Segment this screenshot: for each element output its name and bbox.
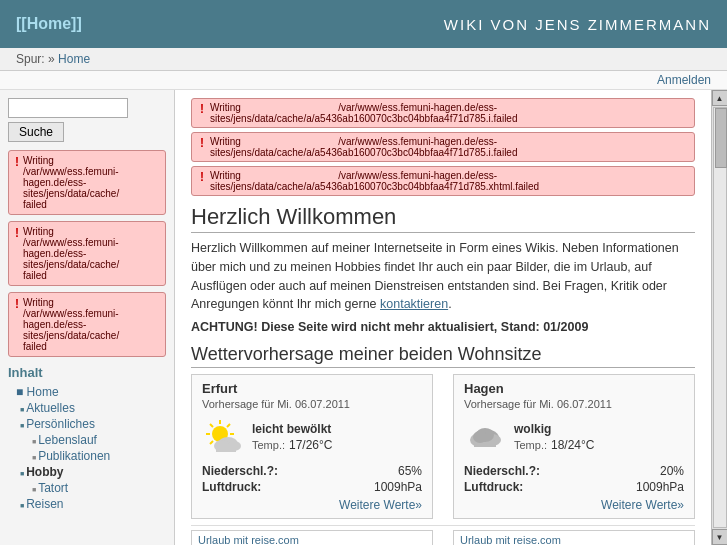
erfurt-weather-icon: [202, 416, 244, 458]
breadcrumb-home[interactable]: Home: [58, 52, 90, 66]
erfurt-niederschl-label: Niederschl.?:: [202, 464, 278, 478]
search-button[interactable]: Suche: [8, 122, 64, 142]
erfurt-luftdruck-label: Luftdruck:: [202, 480, 261, 494]
main-error-icon-1: !: [200, 102, 204, 116]
sidebar-item-personliches[interactable]: Persönliches: [16, 416, 166, 432]
hagen-desc: wolkig: [514, 422, 595, 436]
svg-line-7: [210, 441, 213, 444]
intro-paragraph: Herzlich Willkommen auf meiner Internets…: [191, 239, 695, 314]
svg-line-6: [227, 424, 230, 427]
contact-link[interactable]: kontaktieren: [380, 297, 448, 311]
hagen-temp-label: Temp.:: [514, 439, 547, 451]
main-error-text-2: Writing /var/www/ess.femuni-hagen.de/ess…: [210, 136, 686, 158]
hagen-subtitle: Vorhersage für Mi. 06.07.2011: [464, 398, 684, 410]
error-icon-1: !: [15, 155, 19, 169]
hagen-weather-icon: [464, 416, 506, 458]
sidebar-error-text-1: Writing/var/www/ess.femuni-hagen.de/ess-…: [23, 155, 159, 210]
hagen-more-link[interactable]: Weitere Werte»: [601, 498, 684, 512]
erfurt-temp-label: Temp.:: [252, 439, 285, 451]
sidebar-error-text-2: Writing/var/www/ess.femuni-hagen.de/ess-…: [23, 226, 159, 281]
weather-h2: Wettervorhersage meiner beiden Wohnsitze: [191, 344, 695, 368]
notice-text: ACHTUNG! Diese Seite wird nicht mehr akt…: [191, 320, 695, 334]
main-error-3: ! Writing /var/www/ess.femuni-hagen.de/e…: [191, 166, 695, 196]
main-error-1: ! Writing /var/www/ess.femuni-hagen.de/e…: [191, 98, 695, 128]
hagen-luftdruck-label: Luftdruck:: [464, 480, 523, 494]
scrollbar[interactable]: ▲ ▼: [711, 90, 727, 545]
nav-heading: Inhalt: [8, 365, 166, 380]
sidebar: Suche ! Writing/var/www/ess.femuni-hagen…: [0, 90, 175, 545]
erfurt-temp-val: 17/26°C: [289, 438, 333, 452]
hagen-niederschl-label: Niederschl.?:: [464, 464, 540, 478]
site-header: [[Home]] Wiki von Jens Zimmermann: [0, 0, 727, 48]
site-title: Wiki von Jens Zimmermann: [444, 16, 711, 33]
main-content: ! Writing /var/www/ess.femuni-hagen.de/e…: [175, 90, 711, 545]
search-area: Suche: [8, 98, 166, 142]
sidebar-item-reisen[interactable]: Reisen: [16, 496, 166, 512]
footer-link-right-anchor[interactable]: Urlaub mit reise.com: [460, 534, 561, 545]
sidebar-error-2: ! Writing/var/www/ess.femuni-hagen.de/es…: [8, 221, 166, 286]
sidebar-error-1: ! Writing/var/www/ess.femuni-hagen.de/es…: [8, 150, 166, 215]
footer-link-left[interactable]: Urlaub mit reise.com: [191, 530, 433, 545]
breadcrumb: Spur: » Home: [0, 48, 727, 71]
weather-hagen: Hagen Vorhersage für Mi. 06.07.2011: [453, 374, 695, 519]
svg-rect-11: [216, 444, 236, 452]
login-bar: Anmelden: [0, 71, 727, 90]
sidebar-item-lebenslauf[interactable]: Lebenslauf: [28, 432, 166, 448]
erfurt-niederschl-val: 65%: [398, 464, 422, 478]
search-input[interactable]: [8, 98, 128, 118]
hagen-city: Hagen: [464, 381, 684, 396]
main-error-2: ! Writing /var/www/ess.femuni-hagen.de/e…: [191, 132, 695, 162]
hagen-luftdruck-val: 1009hPa: [636, 480, 684, 494]
site-logo[interactable]: [[Home]]: [16, 15, 82, 33]
main-error-text-3: Writing /var/www/ess.femuni-hagen.de/ess…: [210, 170, 686, 192]
intro-text-end: .: [448, 297, 451, 311]
scroll-thumb[interactable]: [715, 108, 727, 168]
erfurt-city: Erfurt: [202, 381, 422, 396]
sidebar-error-text-3: Writing/var/www/ess.femuni-hagen.de/ess-…: [23, 297, 159, 352]
erfurt-more-link[interactable]: Weitere Werte»: [339, 498, 422, 512]
svg-line-5: [210, 424, 213, 427]
main-h1: Herzlich Willkommen: [191, 204, 695, 233]
main-error-icon-2: !: [200, 136, 204, 150]
sidebar-item-home[interactable]: ■ Home: [8, 384, 166, 400]
main-error-text-1: Writing /var/www/ess.femuni-hagen.de/ess…: [210, 102, 686, 124]
scroll-down-button[interactable]: ▼: [712, 529, 728, 545]
error-icon-2: !: [15, 226, 19, 240]
breadcrumb-prefix: Spur: »: [16, 52, 55, 66]
hagen-niederschl-val: 20%: [660, 464, 684, 478]
weather-grid: Erfurt Vorhersage für Mi. 06.07.2011: [191, 374, 695, 519]
sidebar-item-aktuelles[interactable]: Aktuelles: [16, 400, 166, 416]
erfurt-desc: leicht bewölkt: [252, 422, 333, 436]
sidebar-item-publikationen[interactable]: Publikationen: [28, 448, 166, 464]
erfurt-luftdruck-val: 1009hPa: [374, 480, 422, 494]
erfurt-subtitle: Vorhersage für Mi. 06.07.2011: [202, 398, 422, 410]
sidebar-item-hobby[interactable]: Hobby: [16, 464, 166, 480]
sidebar-item-tatort[interactable]: Tatort: [28, 480, 166, 496]
hagen-temp-val: 18/24°C: [551, 438, 595, 452]
footer-link-right[interactable]: Urlaub mit reise.com: [453, 530, 695, 545]
scroll-up-button[interactable]: ▲: [712, 90, 728, 106]
erfurt-details: Niederschl.?: 65% Luftdruck: 1009hPa: [202, 464, 422, 494]
svg-point-17: [473, 431, 487, 443]
scroll-track[interactable]: [713, 107, 727, 528]
error-icon-3: !: [15, 297, 19, 311]
login-link[interactable]: Anmelden: [657, 73, 711, 87]
weather-erfurt: Erfurt Vorhersage für Mi. 06.07.2011: [191, 374, 433, 519]
hagen-details: Niederschl.?: 20% Luftdruck: 1009hPa: [464, 464, 684, 494]
sidebar-error-3: ! Writing/var/www/ess.femuni-hagen.de/es…: [8, 292, 166, 357]
footer-link-left-anchor[interactable]: Urlaub mit reise.com: [198, 534, 299, 545]
main-error-icon-3: !: [200, 170, 204, 184]
